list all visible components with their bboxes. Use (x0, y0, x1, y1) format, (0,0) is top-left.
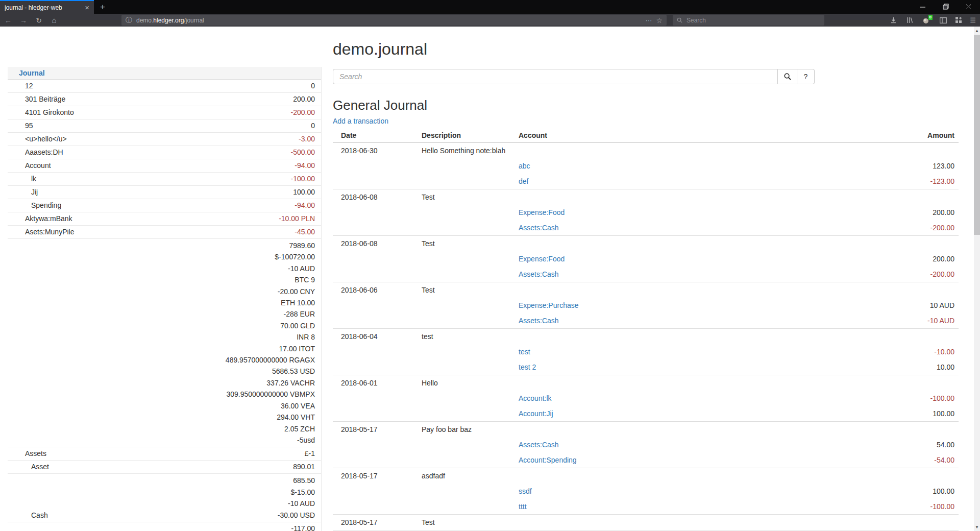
transaction[interactable]: 2018-05-17asdfadfssdf100.00tttt-100.00 (333, 468, 959, 515)
transaction-description: Test (422, 518, 519, 526)
scrollbar-thumb[interactable] (974, 35, 980, 235)
posting-account-link[interactable]: Expense:Food (519, 255, 565, 263)
posting-account-link[interactable]: Assets:Cash (519, 441, 559, 449)
transaction-description: Hello Something note:blah (422, 147, 519, 155)
posting-account-link[interactable]: Assets:Cash (519, 317, 559, 325)
sidebar-toggle-icon[interactable] (936, 14, 950, 27)
sidebar-account-link[interactable]: Account (25, 160, 51, 171)
transaction[interactable]: 2018-05-17Test (333, 515, 959, 530)
balance-amount: $-15.00 (278, 487, 315, 498)
forward-button[interactable]: → (16, 14, 31, 27)
posting-account-link[interactable]: tttt (519, 502, 527, 511)
sidebar-account-link[interactable]: Cash (31, 510, 48, 521)
site-info-icon[interactable]: ⓘ (126, 16, 132, 25)
sidebar-account-link[interactable]: 95 (25, 120, 33, 131)
sidebar-account-row: Assets£-1 (8, 447, 321, 461)
add-transaction-link[interactable]: Add a transaction (333, 117, 388, 126)
transaction-date: 2018-06-08 (333, 193, 422, 201)
balance-amount: -94.00 (295, 160, 315, 171)
bookmark-star-icon[interactable]: ☆ (656, 16, 663, 25)
transaction-description: Test (422, 286, 519, 294)
transaction[interactable]: 2018-06-08TestExpense:Food200.00Assets:C… (333, 189, 959, 236)
posting-account-link[interactable]: Assets:Cash (519, 270, 559, 278)
download-icon[interactable] (886, 14, 900, 27)
browser-search-field[interactable]: Search (673, 15, 824, 26)
sidebar-account-list: 120301 Beiträge200.004101 Girokonto-200.… (8, 80, 321, 531)
sidebar-account-balance: -3.00 (299, 134, 315, 144)
balance-amount: -288 EUR (226, 308, 315, 320)
tab-close-icon[interactable]: × (82, 4, 89, 11)
posting-row: Account:Spending-54.00 (333, 452, 959, 468)
sidebar-account-link[interactable]: lk (31, 174, 36, 184)
posting-account-link[interactable]: Expense:Purchase (519, 301, 579, 309)
grid-add-icon[interactable] (951, 14, 966, 27)
posting-account-link[interactable]: Account:Jij (519, 409, 553, 418)
posting-account-link[interactable]: test (519, 348, 530, 356)
posting-amount: -10.00 (856, 348, 959, 356)
home-button[interactable]: ⌂ (47, 14, 61, 27)
posting-account-link[interactable]: Account:lk (519, 394, 552, 402)
transaction[interactable]: 2018-05-17Pay foo bar bazAssets:Cash54.0… (333, 422, 959, 468)
back-button[interactable]: ← (1, 14, 15, 27)
new-tab-button[interactable]: + (94, 0, 111, 14)
search-button[interactable] (778, 69, 797, 84)
scroll-up-icon[interactable]: ▲ (974, 27, 980, 35)
close-window-button[interactable] (957, 0, 980, 13)
sidebar-account-balance: -94.00 (295, 160, 315, 171)
sidebar-account-balance: -100.00 (291, 174, 315, 184)
url-bar[interactable]: ⓘ demo.hledger.org/journal ··· ☆ (121, 15, 667, 26)
sidebar-journal-link[interactable]: Journal (19, 69, 45, 77)
search-help-button[interactable]: ? (797, 69, 815, 84)
library-icon[interactable] (902, 14, 917, 27)
sidebar-account-balance: 7989.60$-100720.00-10 AUDBTC 9-20.00 CNY… (226, 240, 315, 446)
posting-amount: -200.00 (856, 224, 959, 232)
scroll-down-icon[interactable]: ▼ (974, 523, 980, 531)
balance-amount: -3.00 (299, 134, 315, 144)
posting-account-link[interactable]: ssdf (519, 487, 532, 495)
posting-account-link[interactable]: abc (519, 162, 530, 170)
transaction-date: 2018-05-17 (333, 425, 422, 433)
menu-hamburger-icon[interactable]: ☰ (966, 14, 980, 27)
balance-amount: INR 8 (226, 331, 315, 343)
transaction[interactable]: 2018-06-01HelloAccount:lk-100.00Account:… (333, 375, 959, 422)
posting-account-cell: Account:lk (519, 394, 856, 402)
posting-account-link[interactable]: Expense:Food (519, 208, 565, 216)
posting-account-link[interactable]: Account:Spending (519, 456, 577, 464)
header-account: Account (519, 129, 856, 142)
page-actions-icon[interactable]: ··· (645, 16, 652, 24)
sidebar-account-link[interactable]: Jij (31, 187, 38, 198)
search-input[interactable] (333, 69, 778, 84)
posting-account-link[interactable]: Assets:Cash (519, 224, 559, 232)
posting-account-cell: test (519, 348, 856, 356)
transaction-title-row: 2018-06-04test (333, 329, 959, 344)
restore-button[interactable] (934, 0, 957, 13)
posting-account-link[interactable]: test 2 (519, 363, 536, 371)
transaction[interactable]: 2018-06-30Hello Something note:blahabc12… (333, 143, 959, 189)
transaction[interactable]: 2018-06-08TestExpense:Food200.00Assets:C… (333, 236, 959, 282)
sidebar-account-link[interactable]: Spending (31, 200, 61, 211)
sidebar-account-link[interactable]: Asset (31, 462, 49, 472)
transaction[interactable]: 2018-06-06TestExpense:Purchase10 AUDAsse… (333, 282, 959, 329)
sidebar-account-link[interactable]: <u>hello</u> (25, 134, 67, 144)
sidebar-account-link[interactable]: Aktywa:mBank (25, 213, 72, 224)
posting-account-link[interactable]: def (519, 177, 528, 185)
sidebar-account-link[interactable]: Assets (25, 448, 46, 459)
sidebar-account-link[interactable]: 301 Beiträge (25, 94, 65, 105)
transaction-date: 2018-06-04 (333, 332, 422, 341)
balance-amount: BTC 9 (226, 274, 315, 285)
sidebar-account-link[interactable]: 4101 Girokonto (25, 107, 74, 118)
transaction-title-row: 2018-05-17Pay foo bar baz (333, 422, 959, 437)
transaction[interactable]: 2018-06-04testtest-10.00test 210.00 (333, 329, 959, 375)
minimize-button[interactable] (911, 0, 934, 13)
balance-amount: 2.05 ZCH (226, 423, 315, 435)
posting-amount: -200.00 (856, 270, 959, 278)
extension-icon[interactable]: 0 (919, 14, 933, 27)
sidebar-account-link[interactable]: 12 (25, 81, 33, 91)
sidebar-account-row: Asets:MunyPile-45.00 (8, 226, 321, 239)
browser-tab[interactable]: journal - hledger-web × (0, 0, 94, 14)
sidebar-account-link[interactable]: Aaasets:DH (25, 147, 63, 158)
sidebar-account-link[interactable]: Asets:MunyPile (25, 227, 74, 237)
page-scrollbar[interactable]: ▲ ▼ (974, 27, 980, 531)
reload-button[interactable]: ↻ (32, 14, 46, 27)
balance-amount: 0 (311, 120, 315, 131)
